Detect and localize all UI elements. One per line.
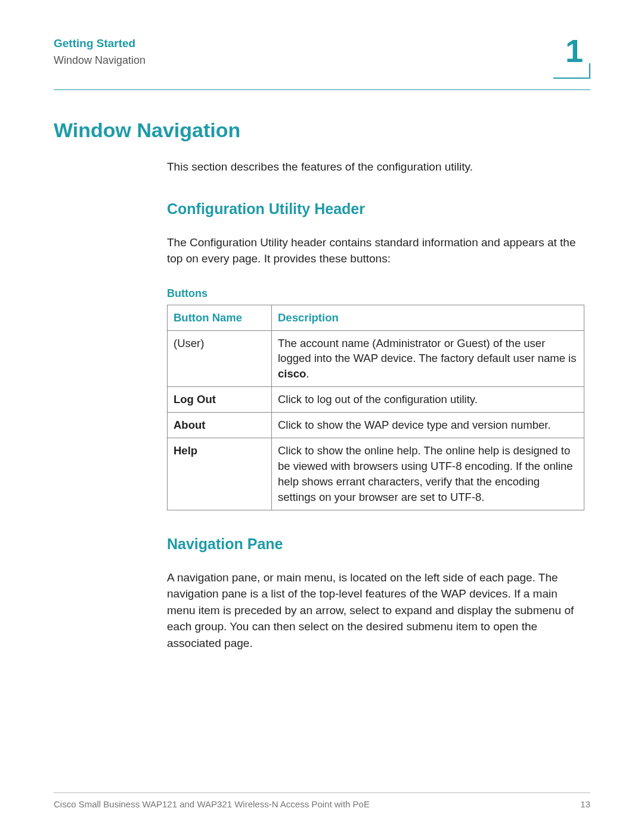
table-row: (User) The account name (Administrator o… — [168, 330, 584, 387]
chapter-number-badge: 1 — [551, 36, 590, 79]
button-desc-cell: The account name (Administrator or Guest… — [272, 330, 584, 387]
header-chapter-title: Getting Started — [54, 36, 145, 52]
button-name-cell: Help — [168, 438, 272, 510]
button-desc-cell: Click to show the WAP device type and ve… — [272, 413, 584, 438]
header-divider — [54, 89, 590, 90]
table-header-description: Description — [272, 305, 584, 330]
section-heading-config-header: Configuration Utility Header — [167, 200, 584, 218]
header-section-title: Window Navigation — [54, 53, 145, 68]
config-header-paragraph: The Configuration Utility header contain… — [167, 234, 584, 267]
button-name-cell: (User) — [168, 330, 272, 387]
page-header: Getting Started Window Navigation 1 — [54, 36, 590, 79]
chapter-bracket-decoration — [553, 63, 590, 79]
intro-paragraph: This section describes the features of t… — [167, 159, 584, 175]
table-row: Log Out Click to log out of the configur… — [168, 387, 584, 413]
table-header-button-name: Button Name — [168, 305, 272, 330]
table-row: Help Click to show the online help. The … — [168, 438, 584, 510]
page-footer: Cisco Small Business WAP121 and WAP321 W… — [54, 792, 590, 809]
buttons-table-caption: Buttons — [167, 287, 584, 300]
button-name-cell: Log Out — [168, 387, 272, 413]
table-row: About Click to show the WAP device type … — [168, 413, 584, 438]
button-desc-cell: Click to log out of the configuration ut… — [272, 387, 584, 413]
footer-page-number: 13 — [580, 799, 590, 809]
button-desc-cell: Click to show the online help. The onlin… — [272, 438, 584, 510]
footer-doc-title: Cisco Small Business WAP121 and WAP321 W… — [54, 799, 370, 809]
section-heading-navigation-pane: Navigation Pane — [167, 535, 584, 553]
buttons-table: Button Name Description (User) The accou… — [167, 305, 584, 510]
button-name-cell: About — [168, 413, 272, 438]
navigation-pane-paragraph: A navigation pane, or main menu, is loca… — [167, 569, 584, 652]
page-title: Window Navigation — [54, 119, 590, 142]
